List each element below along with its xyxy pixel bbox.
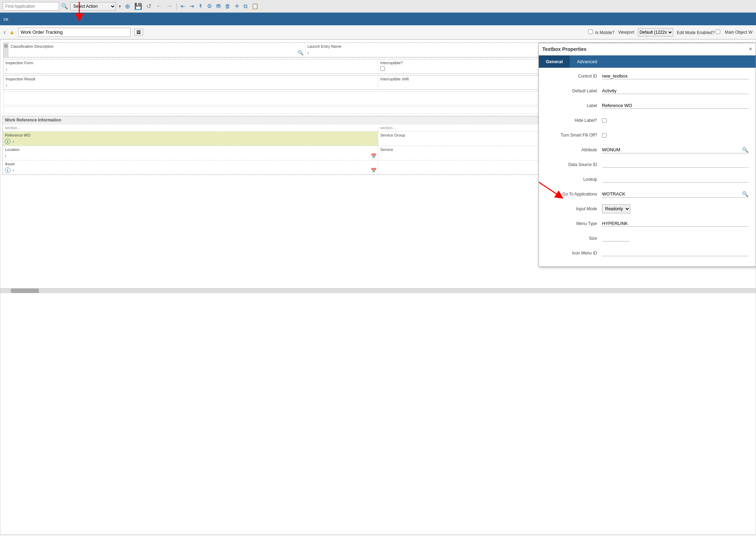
asset-calendar-icon[interactable]: 📅 bbox=[371, 168, 376, 173]
toolbar-delete-btn[interactable]: 🗑 bbox=[224, 2, 232, 10]
prop-menu-type-input[interactable] bbox=[602, 220, 749, 227]
toolbar-copy-btn[interactable]: ⧉ bbox=[242, 2, 248, 10]
prop-goto-row: Go To Applications 🔍 bbox=[546, 189, 749, 199]
toolbar-add-btn[interactable]: ⊕ bbox=[124, 2, 131, 11]
prop-label-row: Label bbox=[546, 101, 749, 111]
tab-general[interactable]: General bbox=[539, 55, 570, 68]
reference-wo-cell: Reference WO ℹ › bbox=[3, 132, 378, 146]
prop-attribute-input-container: 🔍 bbox=[602, 147, 749, 153]
toolbar-align-top-btn[interactable]: ↟ bbox=[197, 2, 204, 10]
inspection-form-cell: Inspection Form › bbox=[4, 59, 378, 73]
reference-wo-arrow[interactable]: › bbox=[13, 139, 14, 144]
prop-input-mode-label: Input Mode bbox=[546, 206, 602, 211]
toolbar-settings-btn[interactable]: ⚙ bbox=[206, 2, 213, 10]
app-title-icon-btn[interactable]: 🖼 bbox=[134, 29, 143, 36]
toolbar-refresh-btn[interactable]: ↺ bbox=[145, 2, 153, 11]
panel-close-btn[interactable]: × bbox=[749, 46, 752, 52]
interruptible-checkbox[interactable] bbox=[380, 66, 385, 71]
prop-size-input[interactable] bbox=[602, 235, 630, 241]
prop-default-label-row: Default Label bbox=[546, 86, 749, 96]
canvas-scrollbar[interactable] bbox=[0, 288, 756, 293]
toolbar-save-btn[interactable]: 💾 bbox=[133, 2, 143, 11]
asset-label: Asset bbox=[5, 162, 376, 166]
prop-default-label-input[interactable] bbox=[602, 88, 749, 94]
find-application-input[interactable] bbox=[3, 2, 59, 11]
header-text: ce bbox=[4, 16, 8, 22]
classification-cell: Classification Description 🔍 bbox=[8, 43, 305, 57]
toolbar-paste-btn[interactable]: 📋 bbox=[250, 2, 260, 10]
prop-label-label: Label bbox=[546, 103, 602, 108]
classification-search-icon[interactable]: 🔍 bbox=[297, 50, 303, 55]
prop-attribute-search-icon[interactable]: 🔍 bbox=[742, 147, 749, 153]
classification-label: Classification Description bbox=[11, 44, 303, 48]
prop-attribute-label: Attribute bbox=[546, 147, 602, 152]
prop-icon-menu-input[interactable] bbox=[602, 250, 749, 256]
toolbar-back-btn[interactable]: ← bbox=[155, 2, 163, 11]
location-calendar-icon[interactable]: 📅 bbox=[371, 153, 376, 159]
prop-input-mode-select[interactable]: Readonly Required Optional bbox=[602, 204, 630, 213]
prop-icon-menu-label: Icon Menu ID bbox=[546, 251, 602, 256]
scroll-indicator bbox=[4, 43, 8, 57]
inspection-result-arrow[interactable]: › bbox=[6, 82, 7, 88]
prop-lookup-input[interactable] bbox=[602, 176, 749, 183]
prop-hide-label-checkbox[interactable] bbox=[602, 118, 607, 123]
prop-datasource-input[interactable] bbox=[602, 161, 749, 168]
prop-hide-label-row: Hide Label? bbox=[546, 115, 749, 125]
asset-cell: Asset ℹ › 📅 bbox=[3, 160, 378, 174]
prop-smart-fill-row: Turn Smart Fill Off? bbox=[546, 130, 749, 140]
prop-size-label: Size bbox=[546, 236, 602, 241]
tab-advanced[interactable]: Advanced bbox=[570, 55, 604, 68]
launch-entry-arrow[interactable]: › bbox=[307, 50, 309, 55]
location-cell: Location › 📅 bbox=[3, 146, 378, 160]
prop-control-id-row: Control ID bbox=[546, 71, 749, 81]
select-action-dropdown[interactable]: Select Action bbox=[70, 2, 116, 11]
prop-goto-input[interactable] bbox=[602, 191, 742, 197]
toolbar-plus-btn[interactable]: ✛ bbox=[234, 2, 240, 10]
prop-goto-label: Go To Applications bbox=[546, 192, 602, 197]
prop-smart-fill-checkbox[interactable] bbox=[602, 133, 607, 138]
panel-header: Textbox Properties × bbox=[539, 43, 756, 55]
prop-control-id-label: Control ID bbox=[546, 74, 602, 79]
prop-smart-fill-label: Turn Smart Fill Off? bbox=[546, 133, 602, 138]
app-title-options: Is Mobile? Viewport Default (1222x Edit … bbox=[588, 28, 752, 37]
panel-body: Control ID Default Label Label Hide Labe… bbox=[539, 68, 756, 266]
is-mobile-label: Is Mobile? bbox=[588, 29, 614, 35]
toolbar-align-left-btn[interactable]: ⇤ bbox=[180, 2, 186, 10]
toolbar-align-right-btn[interactable]: ⇥ bbox=[188, 2, 195, 10]
inspection-form-arrow[interactable]: › bbox=[6, 66, 7, 72]
prop-label-input[interactable] bbox=[602, 102, 749, 109]
prop-hide-label-label: Hide Label? bbox=[546, 118, 602, 123]
section-label-left: section... bbox=[3, 124, 378, 131]
warning-icon: ▲ bbox=[9, 29, 15, 35]
edit-mode-checkbox[interactable] bbox=[716, 29, 720, 34]
is-mobile-checkbox[interactable] bbox=[588, 29, 593, 34]
reference-wo-label: Reference WO bbox=[5, 133, 376, 137]
location-arrow[interactable]: › bbox=[5, 153, 7, 159]
prop-default-label-label: Default Label bbox=[546, 88, 602, 93]
prop-attribute-input[interactable] bbox=[602, 147, 742, 153]
prop-menu-type-label: Menu Type bbox=[546, 221, 602, 226]
toolbar-forward-btn[interactable]: → bbox=[165, 2, 174, 11]
toolbar-db-btn[interactable]: ⛃ bbox=[215, 2, 222, 10]
inspection-form-label: Inspection Form bbox=[6, 61, 376, 65]
asset-arrow[interactable]: › bbox=[13, 167, 14, 173]
prop-control-id-input[interactable] bbox=[602, 73, 749, 79]
viewport-select[interactable]: Default (1222x bbox=[638, 28, 673, 37]
app-title-bar: ‹ ▲ 🖼 Is Mobile? Viewport Default (1222x… bbox=[0, 25, 756, 39]
prop-icon-menu-row: Icon Menu ID bbox=[546, 248, 749, 258]
prop-lookup-label: Lookup bbox=[546, 177, 602, 182]
toolbar-sep-1 bbox=[176, 3, 177, 10]
asset-info-icon[interactable]: ℹ bbox=[5, 167, 11, 173]
prop-goto-input-container: 🔍 bbox=[602, 191, 749, 198]
app-back-btn[interactable]: ‹ bbox=[4, 28, 6, 36]
prop-input-mode-row: Input Mode Readonly Required Optional bbox=[546, 204, 749, 214]
inspection-result-cell: Inspection Result › bbox=[4, 75, 378, 90]
prop-datasource-label: Data Source ID bbox=[546, 162, 602, 167]
app-title-input[interactable] bbox=[18, 28, 131, 37]
canvas-scrollbar-thumb[interactable] bbox=[11, 289, 39, 293]
location-label: Location bbox=[5, 147, 376, 152]
find-app-search-icon[interactable]: 🔍 bbox=[61, 3, 68, 9]
prop-goto-search-icon[interactable]: 🔍 bbox=[742, 191, 749, 197]
prop-size-row: Size bbox=[546, 233, 749, 243]
reference-wo-info-icon[interactable]: ℹ bbox=[5, 139, 11, 144]
